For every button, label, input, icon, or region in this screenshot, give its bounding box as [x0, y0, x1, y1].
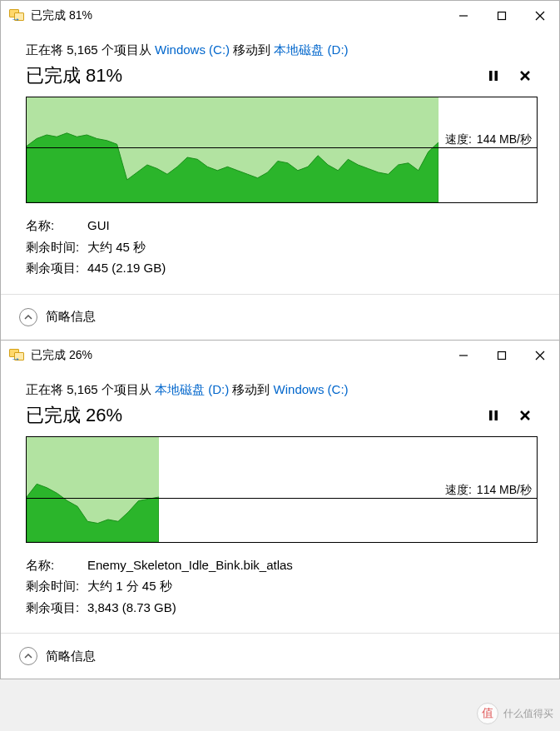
speed-label: 速度: 144 MB/秒: [445, 132, 532, 147]
desc-prefix: 正在将 5,165 个项目从: [26, 382, 155, 396]
source-link[interactable]: 本地磁盘 (D:): [155, 382, 229, 396]
titlebar: → 已完成 26%: [1, 341, 559, 370]
maximize-button[interactable]: [483, 341, 521, 370]
desc-mid: 移动到: [230, 42, 274, 57]
progress-controls: [486, 408, 538, 423]
svg-rect-5: [495, 71, 498, 81]
dialog-content: 正在将 5,165 个项目从 Windows (C:) 移动到 本地磁盘 (D:…: [1, 31, 559, 294]
footer: 简略信息: [1, 633, 559, 679]
cancel-button[interactable]: [518, 408, 533, 423]
move-folder-icon: →: [9, 9, 24, 22]
window-title: 已完成 26%: [31, 348, 444, 363]
footer: 简略信息: [1, 294, 559, 340]
source-link[interactable]: Windows (C:): [155, 42, 230, 57]
speed-label: 速度: 114 MB/秒: [445, 483, 532, 498]
cancel-button[interactable]: [518, 68, 533, 83]
titlebar-buttons: [444, 341, 559, 370]
desc-mid: 移动到: [229, 382, 273, 396]
footer-text[interactable]: 简略信息: [46, 309, 96, 325]
desc-prefix: 正在将 5,165 个项目从: [26, 42, 155, 57]
titlebar: → 已完成 81%: [1, 1, 559, 31]
collapse-toggle[interactable]: [19, 308, 37, 326]
speed-graph: 速度: 144 MB/秒: [26, 97, 538, 203]
svg-rect-12: [489, 410, 493, 420]
speed-area-chart: [27, 437, 159, 542]
progress-controls: [486, 68, 538, 83]
speed-value: 144 MB/秒: [477, 132, 532, 147]
pause-button[interactable]: [486, 68, 501, 83]
speed-area-chart: [27, 97, 439, 202]
details: 名称:Enemy_Skeleton_Idle_Bink.bik_atlas 剩余…: [26, 554, 538, 619]
footer-text[interactable]: 简略信息: [46, 649, 96, 664]
watermark-text: 什么值得买: [503, 707, 553, 721]
svg-rect-9: [498, 351, 506, 359]
time-label: 剩余时间:: [26, 575, 87, 597]
svg-rect-4: [489, 71, 493, 81]
items-value: 445 (2.19 GB): [87, 257, 166, 279]
speed-label-text: 速度:: [445, 483, 472, 498]
progress-text: 已完成 81%: [26, 63, 122, 88]
window-title: 已完成 81%: [31, 8, 444, 23]
watermark: 值 什么值得买: [477, 703, 553, 724]
file-transfer-dialog: → 已完成 26% 正在将 5,165 个项目从 本地磁盘 (D:) 移动到 W…: [0, 341, 560, 680]
collapse-toggle[interactable]: [19, 647, 37, 665]
progress-row: 已完成 81%: [26, 63, 538, 88]
name-value: Enemy_Skeleton_Idle_Bink.bik_atlas: [87, 554, 293, 576]
minimize-button[interactable]: [444, 1, 483, 31]
transfer-description: 正在将 5,165 个项目从 本地磁盘 (D:) 移动到 Windows (C:…: [26, 382, 538, 398]
minimize-button[interactable]: [444, 341, 483, 370]
name-label: 名称:: [26, 554, 87, 576]
pause-button[interactable]: [486, 408, 501, 423]
speed-label-text: 速度:: [445, 132, 472, 147]
dest-link[interactable]: Windows (C:): [274, 382, 349, 396]
maximize-button[interactable]: [483, 1, 521, 31]
time-value: 大约 45 秒: [87, 236, 146, 258]
items-label: 剩余项目:: [26, 597, 87, 619]
watermark-icon: 值: [477, 703, 498, 724]
close-button[interactable]: [521, 1, 559, 31]
items-label: 剩余项目:: [26, 257, 87, 279]
time-value: 大约 1 分 45 秒: [87, 575, 172, 597]
current-speed-line: [27, 147, 537, 148]
dialog-content: 正在将 5,165 个项目从 本地磁盘 (D:) 移动到 Windows (C:…: [1, 370, 559, 634]
current-speed-line: [27, 498, 537, 499]
svg-rect-13: [495, 410, 498, 420]
move-folder-icon: →: [9, 349, 24, 362]
items-value: 3,843 (8.73 GB): [87, 597, 176, 619]
name-value: GUI: [87, 215, 110, 236]
time-label: 剩余时间:: [26, 236, 87, 258]
progress-text: 已完成 26%: [26, 403, 122, 428]
progress-row: 已完成 26%: [26, 403, 538, 428]
close-button[interactable]: [521, 341, 559, 370]
speed-graph: 速度: 114 MB/秒: [26, 436, 538, 543]
titlebar-buttons: [444, 1, 559, 31]
name-label: 名称:: [26, 215, 87, 236]
file-transfer-dialog: → 已完成 81% 正在将 5,165 个项目从 Windows (C:) 移动…: [0, 0, 560, 341]
transfer-description: 正在将 5,165 个项目从 Windows (C:) 移动到 本地磁盘 (D:…: [26, 42, 538, 58]
svg-rect-1: [498, 12, 506, 20]
speed-value: 114 MB/秒: [477, 483, 532, 498]
dest-link[interactable]: 本地磁盘 (D:): [274, 42, 348, 57]
details: 名称:GUI 剩余时间:大约 45 秒 剩余项目:445 (2.19 GB): [26, 215, 538, 279]
